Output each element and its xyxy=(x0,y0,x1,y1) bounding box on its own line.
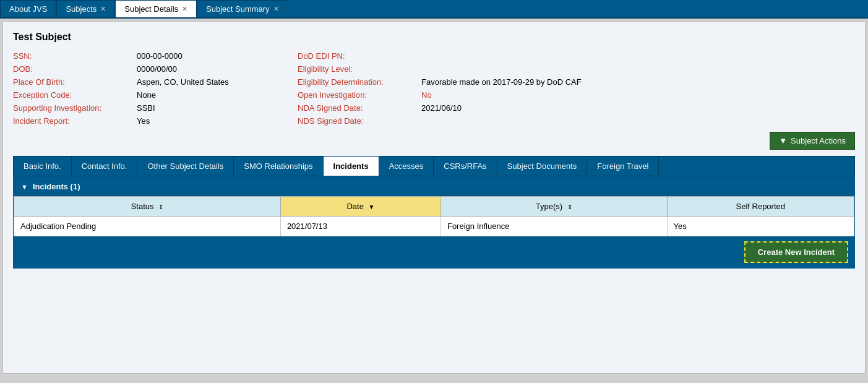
nds-value xyxy=(421,116,855,126)
sub-tab-incidents[interactable]: Incidents xyxy=(324,157,379,176)
row-date: 2021/07/13 xyxy=(280,217,440,236)
row-self-reported: Yes xyxy=(667,217,854,236)
main-tab-bar: About JVS Subjects ✕ Subject Details ✕ S… xyxy=(0,0,868,19)
sub-tab-basic-info-label: Basic Info. xyxy=(24,161,61,171)
nds-label: NDS Signed Date: xyxy=(298,116,421,126)
sub-tab-contact-info-label: Contact Info. xyxy=(82,161,127,171)
col-date-label: Date xyxy=(346,202,363,211)
subject-actions-button[interactable]: ▼ Subject Actions xyxy=(770,132,855,150)
pob-label: Place Of Birth: xyxy=(13,77,137,87)
sub-tab-foreign-travel-label: Foreign Travel xyxy=(597,161,648,171)
col-header-status[interactable]: Status ⇕ xyxy=(14,197,281,217)
elig-det-label: Eligibility Determination: xyxy=(298,77,421,87)
supporting-value: SSBI xyxy=(137,103,298,113)
sort-date-icon[interactable]: ▼ xyxy=(369,204,375,210)
eligibility-label: Eligibility Level: xyxy=(298,64,421,74)
col-status-label: Status xyxy=(131,202,154,211)
incidents-table: Status ⇕ Date ▼ Type(s) ⇕ Self Reported xyxy=(14,196,854,236)
exception-value: None xyxy=(137,90,298,100)
ssn-label: SSN: xyxy=(13,51,137,61)
sub-tab-contact-info[interactable]: Contact Info. xyxy=(72,157,138,176)
dod-label: DoD EDI PN: xyxy=(298,51,421,61)
sub-tab-incidents-label: Incidents xyxy=(333,161,369,171)
incident-value: Yes xyxy=(137,116,298,126)
sort-status-icon[interactable]: ⇕ xyxy=(158,204,163,210)
table-row: Adjudication Pending 2021/07/13 Foreign … xyxy=(14,217,854,236)
col-types-label: Type(s) xyxy=(536,202,562,211)
incident-label: Incident Report: xyxy=(13,116,137,126)
open-inv-value: No xyxy=(421,90,855,100)
row-status: Adjudication Pending xyxy=(14,217,281,236)
tab-about-jvs[interactable]: About JVS xyxy=(0,0,56,17)
ssn-value: 000-00-0000 xyxy=(137,51,298,61)
tab-subjects-label: Subjects xyxy=(66,4,97,14)
sub-tab-foreign-travel[interactable]: Foreign Travel xyxy=(587,157,659,176)
tab-subject-summary[interactable]: Subject Summary ✕ xyxy=(197,0,288,17)
tab-subjects-close[interactable]: ✕ xyxy=(100,5,106,13)
tab-about-jvs-label: About JVS xyxy=(9,4,47,14)
incidents-section: ▼ Incidents (1) Status ⇕ Date ▼ Type(s) … xyxy=(13,176,855,269)
elig-det-value: Favorable made on 2017-09-29 by DoD CAF xyxy=(421,77,855,87)
subject-actions-label: Subject Actions xyxy=(791,136,846,145)
open-inv-label: Open Investigation: xyxy=(298,90,421,100)
nda-label: NDA Signed Date: xyxy=(298,103,421,113)
col-header-self-reported: Self Reported xyxy=(667,197,854,217)
incidents-header-label: Incidents (1) xyxy=(33,182,80,191)
sub-tab-basic-info[interactable]: Basic Info. xyxy=(14,157,72,176)
col-header-types[interactable]: Type(s) ⇕ xyxy=(440,197,667,217)
sub-tab-subject-documents-label: Subject Documents xyxy=(507,161,577,171)
sub-tab-csrs-rfas-label: CSRs/RFAs xyxy=(444,161,486,171)
supporting-label: Supporting Investigation: xyxy=(13,103,137,113)
tab-subject-details[interactable]: Subject Details ✕ xyxy=(115,0,197,17)
tab-subject-summary-close[interactable]: ✕ xyxy=(273,5,279,13)
sub-tab-subject-documents[interactable]: Subject Documents xyxy=(497,157,588,176)
subject-name: Test Subject xyxy=(13,32,855,43)
eligibility-value xyxy=(421,64,855,74)
create-incident-label: Create New Incident xyxy=(758,247,835,257)
table-footer: Create New Incident xyxy=(14,236,854,268)
nda-value: 2021/06/10 xyxy=(421,103,855,113)
tab-subject-details-close[interactable]: ✕ xyxy=(182,5,187,13)
sub-tab-accesses-label: Accesses xyxy=(389,161,424,171)
tab-subject-details-label: Subject Details xyxy=(124,4,178,14)
sub-tab-smo-relationships[interactable]: SMO Relationships xyxy=(234,157,323,176)
sub-tab-other-subject-details[interactable]: Other Subject Details xyxy=(137,157,234,176)
pob-value: Aspen, CO, United States xyxy=(137,77,298,87)
sort-types-icon[interactable]: ⇕ xyxy=(567,204,572,210)
sub-tab-other-subject-details-label: Other Subject Details xyxy=(147,161,223,171)
sub-tab-bar: Basic Info. Contact Info. Other Subject … xyxy=(13,156,855,176)
subject-actions-arrow: ▼ xyxy=(779,136,787,145)
collapse-arrow-icon[interactable]: ▼ xyxy=(21,183,28,191)
tab-subjects[interactable]: Subjects ✕ xyxy=(56,0,115,17)
sub-tab-smo-relationships-label: SMO Relationships xyxy=(244,161,312,171)
sub-tab-accesses[interactable]: Accesses xyxy=(379,157,434,176)
row-types: Foreign Influence xyxy=(440,217,667,236)
dob-label: DOB: xyxy=(13,64,137,74)
col-header-date[interactable]: Date ▼ xyxy=(280,197,440,217)
tab-subject-summary-label: Subject Summary xyxy=(206,4,270,14)
actions-bar: ▼ Subject Actions xyxy=(13,132,855,150)
dob-value: 0000/00/00 xyxy=(137,64,298,74)
create-new-incident-button[interactable]: Create New Incident xyxy=(744,241,848,263)
col-self-reported-label: Self Reported xyxy=(736,202,786,211)
main-content: Test Subject SSN: 000-00-0000 DoD EDI PN… xyxy=(2,21,866,374)
incidents-header: ▼ Incidents (1) xyxy=(14,177,854,196)
sub-tab-csrs-rfas[interactable]: CSRs/RFAs xyxy=(434,157,497,176)
subject-info-grid: SSN: 000-00-0000 DoD EDI PN: DOB: 0000/0… xyxy=(13,51,855,126)
exception-label: Exception Code: xyxy=(13,90,137,100)
dod-value xyxy=(421,51,855,61)
